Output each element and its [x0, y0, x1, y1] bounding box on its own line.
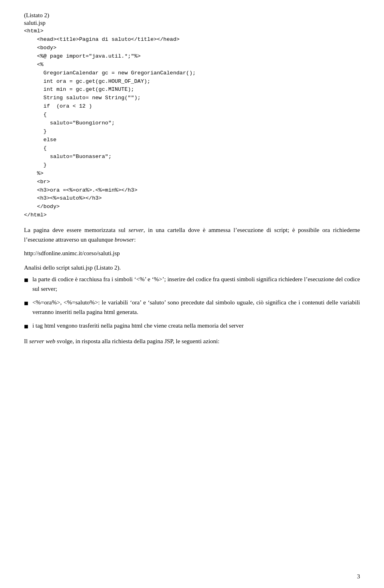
list-item: ■ la parte di codice è racchiusa fra i s…	[24, 274, 360, 294]
bullet-text-3: i tag html vengono trasferiti nella pagi…	[32, 321, 360, 330]
list-item: ■ i tag html vengono trasferiti nella pa…	[24, 321, 360, 332]
filename: saluti.jsp	[24, 20, 360, 26]
bullet-text-1: la parte di codice è racchiusa fra i sim…	[32, 274, 360, 294]
bullet-icon-1: ■	[24, 274, 28, 286]
listing-label: (Listato 2)	[24, 12, 360, 19]
bullet-text-2: <%=ora%>, <%=saluto%>: le variabili ‘ora…	[32, 298, 360, 317]
url-text: http://sdfonline.unimc.it/corso/saluti.j…	[24, 248, 360, 258]
bullet-list: ■ la parte di codice è racchiusa fra i s…	[24, 274, 360, 332]
list-item: ■ <%=ora%>, <%=saluto%>: le variabili ‘o…	[24, 298, 360, 317]
bullet-icon-3: ■	[24, 321, 28, 332]
code-block: <html> <head><title>Pagina di saluto</ti…	[24, 27, 360, 220]
bullet-icon-2: ■	[24, 298, 28, 309]
page-number: 3	[357, 573, 360, 580]
section-title: Analisi dello script saluti.jsp (Listato…	[24, 264, 360, 271]
prose-final: Il server web svolge, in risposta alla r…	[24, 336, 360, 346]
prose-server-description: La pagina deve essere memorizzata sul se…	[24, 225, 360, 244]
